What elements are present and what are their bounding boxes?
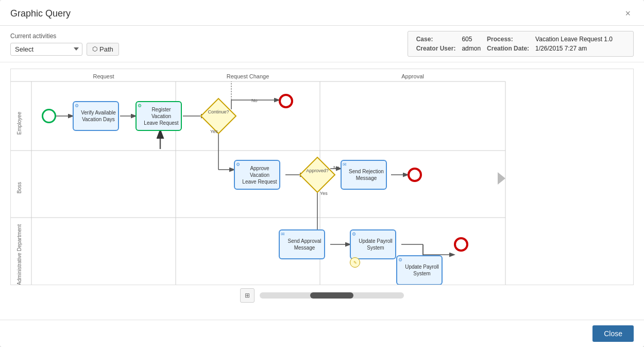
- toolbar-left: Current activities Select ⬡ Path: [10, 32, 119, 56]
- process-label: Process:: [487, 36, 529, 43]
- path-button[interactable]: ⬡ Path: [87, 43, 119, 56]
- end-event-3: [454, 237, 468, 252]
- diagram-area: Request Request Change Approval Employee…: [0, 62, 644, 320]
- task-icon-approve: ⚙: [236, 162, 240, 168]
- path-icon: ⬡: [92, 45, 97, 53]
- path-button-label: Path: [99, 45, 113, 53]
- end-event-1: [279, 94, 293, 108]
- gateway-approved: Approved?: [304, 162, 330, 188]
- task-icon-payroll2: ⚙: [398, 257, 402, 263]
- dialog-header: Graphic Query ×: [0, 0, 644, 26]
- gateway-approved-label: Approved?: [306, 168, 329, 174]
- creation-date-value: 1/26/2015 7:27 am: [535, 45, 613, 52]
- send-approval-label: Send Approval Message: [287, 238, 322, 251]
- update-payroll-2-task[interactable]: ⚙ Update Payroll System: [396, 255, 443, 285]
- end-event-2: [408, 168, 422, 182]
- svg-text:Approval: Approval: [401, 73, 423, 79]
- task-icon-register: ⚙: [138, 103, 142, 109]
- approve-vacation-label: Approve Vacation Leave Request: [242, 165, 277, 185]
- task-icon-verify: ⚙: [75, 103, 79, 109]
- creator-value: admon: [462, 45, 481, 52]
- task-icon-approval: ✉: [281, 232, 285, 238]
- update-payroll-2-label: Update Payroll System: [404, 263, 439, 277]
- approve-vacation-task[interactable]: ⚙ Approve Vacation Leave Request: [234, 160, 280, 190]
- scroll-thumb[interactable]: [310, 292, 353, 299]
- current-activities-label: Current activities: [10, 32, 119, 40]
- register-vacation-label: Register Vacation Leave Request: [144, 106, 179, 126]
- case-value: 605: [462, 36, 481, 43]
- annotation-icon: ✎: [350, 257, 360, 268]
- yes-label-2: Yes: [320, 191, 328, 196]
- svg-text:Request Change: Request Change: [227, 73, 269, 79]
- update-payroll-1-label: Update Payroll System: [358, 238, 393, 251]
- toolbar-controls: Select ⬡ Path: [10, 43, 119, 56]
- dialog-footer: Close: [0, 320, 644, 347]
- process-value: Vacation Leave Request 1.0: [535, 36, 613, 43]
- activities-select[interactable]: Select: [10, 43, 82, 56]
- verify-vacation-label: Verify Available Vacation Days: [81, 109, 116, 123]
- info-panel: Case: 605 Process: Vacation Leave Reques…: [408, 31, 634, 57]
- svg-text:Administrative Department: Administrative Department: [16, 224, 22, 285]
- close-icon[interactable]: ×: [622, 7, 634, 20]
- diagram-canvas[interactable]: Request Request Change Approval Employee…: [10, 69, 634, 285]
- svg-text:Request: Request: [93, 73, 114, 79]
- send-approval-task[interactable]: ✉ Send Approval Message: [279, 229, 325, 259]
- close-dialog-button[interactable]: Close: [592, 325, 634, 342]
- svg-marker-31: [498, 172, 505, 185]
- creator-label: Creator User:: [416, 45, 456, 52]
- verify-vacation-task[interactable]: ⚙ Verify Available Vacation Days: [73, 101, 119, 131]
- fit-screen-button[interactable]: ⊞: [240, 288, 255, 303]
- gateway-continue: Continue?: [206, 103, 231, 129]
- yes-label-1: Yes: [210, 129, 218, 134]
- register-vacation-task[interactable]: ⚙ Register Vacation Leave Request: [135, 101, 182, 131]
- no-label-2: No: [333, 165, 340, 170]
- dialog-title: Graphic Query: [10, 8, 71, 19]
- creation-date-label: Creation Date:: [487, 45, 529, 52]
- fit-screen-icon: ⊞: [245, 292, 250, 299]
- task-icon-rejection: ✉: [343, 162, 347, 168]
- update-payroll-1-task[interactable]: ⚙ Update Payroll System: [350, 229, 396, 259]
- svg-text:Employee: Employee: [16, 111, 22, 135]
- no-label-1: No: [251, 98, 258, 103]
- case-label: Case:: [416, 36, 456, 43]
- svg-text:Boss: Boss: [16, 182, 22, 193]
- start-event: [42, 109, 56, 123]
- toolbar: Current activities Select ⬡ Path Case: 6…: [0, 26, 644, 62]
- send-rejection-label: Send Rejection Message: [349, 168, 384, 181]
- scroll-bar-area: ⊞: [10, 285, 634, 306]
- task-icon-payroll1: ⚙: [352, 232, 356, 238]
- graphic-query-dialog: Graphic Query × Current activities Selec…: [0, 0, 644, 347]
- send-rejection-task[interactable]: ✉ Send Rejection Message: [341, 160, 387, 190]
- scroll-track[interactable]: [260, 292, 404, 299]
- gateway-continue-label: Continue?: [207, 109, 230, 115]
